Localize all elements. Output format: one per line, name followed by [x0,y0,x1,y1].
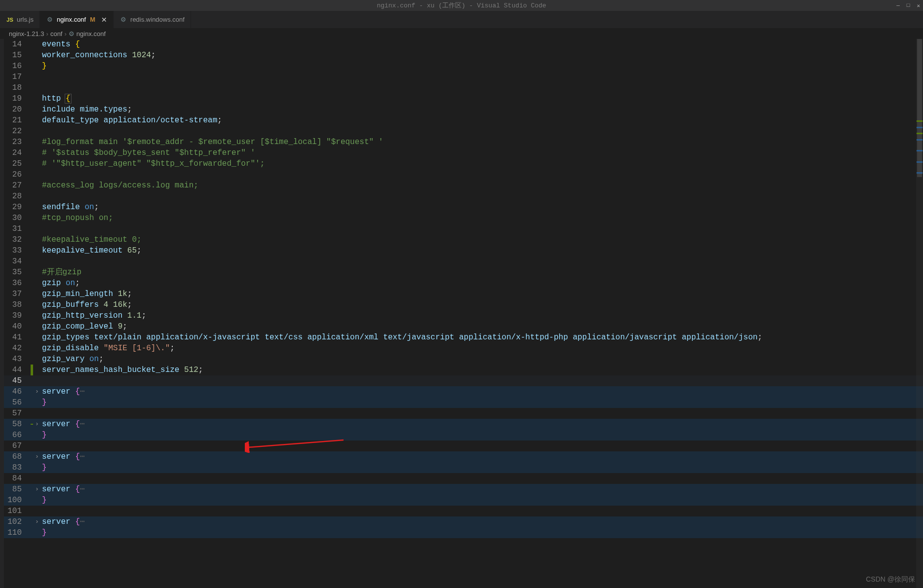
line-content[interactable]: # '"$http_user_agent" "$http_x_forwarded… [41,158,923,169]
line-content[interactable]: } [41,397,923,408]
code-line[interactable]: 43 gzip_vary on; [4,354,923,365]
line-content[interactable] [41,473,923,484]
code-line[interactable]: 15 worker_connections 1024; [4,50,923,61]
code-line[interactable]: 46› server {⋯ [4,386,923,397]
scrollbar-thumb[interactable] [917,39,922,177]
line-content[interactable]: gzip_comp_level 9; [41,321,923,332]
line-content[interactable]: server {⋯ [41,484,923,495]
line-content[interactable]: server {⋯ [41,451,923,462]
line-content[interactable]: events { [41,39,923,50]
vertical-scrollbar[interactable] [916,39,923,588]
breadcrumb[interactable]: nginx-1.21.3 › conf › ⚙ nginx.conf [0,28,923,39]
tab-urls-js[interactable]: JSurls.js [0,11,40,28]
line-content[interactable]: gzip_types text/plain application/x-java… [41,332,923,343]
code-line[interactable]: 22 [4,126,923,137]
line-content[interactable] [41,191,923,202]
code-line[interactable]: 42 gzip_disable "MSIE [1-6]\."; [4,343,923,354]
line-content[interactable]: } [41,527,923,538]
breadcrumb-part[interactable]: nginx.conf [77,30,106,37]
fold-toggle[interactable]: › [33,451,41,462]
code-line[interactable]: 41 gzip_types text/plain application/x-j… [4,332,923,343]
line-content[interactable] [41,408,923,419]
code-line[interactable]: 14events { [4,39,923,50]
line-content[interactable]: server {⋯ [41,386,923,397]
line-content[interactable]: #tcp_nopush on; [41,213,923,223]
line-content[interactable]: gzip on; [41,278,923,289]
code-line[interactable]: 58› server {⋯ [4,419,923,430]
line-content[interactable] [41,506,923,516]
line-content[interactable] [41,72,923,82]
code-line[interactable]: 32 #keepalive_timeout 0; [4,234,923,245]
code-line[interactable]: 34 [4,256,923,267]
code-line[interactable]: 110 } [4,527,923,538]
line-content[interactable]: keepalive_timeout 65; [41,245,923,256]
code-line[interactable]: 67 [4,441,923,451]
code-line[interactable]: 16} [4,61,923,72]
line-content[interactable] [41,223,923,234]
tab-redis-windows-conf[interactable]: ⚙redis.windows.conf [114,11,191,28]
code-line[interactable]: 30 #tcp_nopush on; [4,213,923,223]
code-line[interactable]: 33 keepalive_timeout 65; [4,245,923,256]
code-line[interactable]: 100 } [4,495,923,506]
breadcrumb-part[interactable]: conf [50,30,63,37]
line-content[interactable]: gzip_buffers 4 16k; [41,299,923,310]
close-button[interactable]: ✕ [917,2,920,9]
maximize-button[interactable]: □ [907,2,910,9]
code-line[interactable]: 45 [4,375,923,386]
code-line[interactable]: 57 [4,408,923,419]
code-line[interactable]: 17 [4,72,923,82]
fold-toggle[interactable]: › [33,419,41,430]
code-line[interactable]: 25 # '"$http_user_agent" "$http_x_forwar… [4,158,923,169]
line-content[interactable]: gzip_disable "MSIE [1-6]\."; [41,343,923,354]
breadcrumb-part[interactable]: nginx-1.21.3 [9,30,44,37]
line-content[interactable]: include mime.types; [41,104,923,115]
code-line[interactable]: 26 [4,169,923,180]
line-content[interactable]: sendfile on; [41,202,923,213]
close-icon[interactable]: ✕ [101,16,107,24]
line-content[interactable]: # '$status $body_bytes_sent "$http_refer… [41,147,923,158]
code-line[interactable]: 23 #log_format main '$remote_addr - $rem… [4,137,923,147]
line-content[interactable]: worker_connections 1024; [41,50,923,61]
code-line[interactable]: 56 } [4,397,923,408]
line-content[interactable] [41,375,923,386]
fold-toggle[interactable]: › [33,516,41,527]
line-content[interactable] [41,82,923,93]
line-content[interactable]: #开启gzip [41,267,923,278]
code-line[interactable]: 35 #开启gzip [4,267,923,278]
code-line[interactable]: 18 [4,82,923,93]
line-content[interactable]: gzip_http_version 1.1; [41,310,923,321]
line-content[interactable]: } [41,430,923,441]
code-line[interactable]: 37 gzip_min_length 1k; [4,289,923,299]
line-content[interactable]: gzip_min_length 1k; [41,289,923,299]
code-line[interactable]: 21 default_type application/octet-stream… [4,115,923,126]
code-line[interactable]: 36 gzip on; [4,278,923,289]
line-content[interactable]: #access_log logs/access.log main; [41,180,923,191]
tab-nginx-conf[interactable]: ⚙nginx.confM✕ [40,11,114,28]
line-content[interactable]: gzip_vary on; [41,354,923,365]
line-content[interactable]: server {⋯ [41,419,923,430]
code-line[interactable]: 44 server_names_hash_bucket_size 512; [4,365,923,375]
line-content[interactable]: } [41,61,923,72]
line-content[interactable] [41,126,923,137]
line-content[interactable] [41,256,923,267]
line-content[interactable]: http { [41,93,923,104]
code-line[interactable]: 66 } [4,430,923,441]
fold-toggle[interactable]: › [33,386,41,397]
minimize-button[interactable]: — [896,2,900,9]
code-line[interactable]: 102› server {⋯ [4,516,923,527]
line-content[interactable]: #log_format main '$remote_addr - $remote… [41,137,923,147]
code-line[interactable]: 31 [4,223,923,234]
line-content[interactable]: } [41,462,923,473]
code-line[interactable]: 24 # '$status $body_bytes_sent "$http_re… [4,147,923,158]
line-content[interactable]: } [41,495,923,506]
line-content[interactable]: #keepalive_timeout 0; [41,234,923,245]
editor[interactable]: 14events {15 worker_connections 1024;16}… [0,39,923,588]
code-line[interactable]: 83 } [4,462,923,473]
code-line[interactable]: 84 [4,473,923,484]
line-content[interactable]: server_names_hash_bucket_size 512; [41,365,923,375]
code-line[interactable]: 40 gzip_comp_level 9; [4,321,923,332]
code-line[interactable]: 38 gzip_buffers 4 16k; [4,299,923,310]
code-line[interactable]: 101 [4,506,923,516]
code-line[interactable]: 28 [4,191,923,202]
line-content[interactable] [41,441,923,451]
